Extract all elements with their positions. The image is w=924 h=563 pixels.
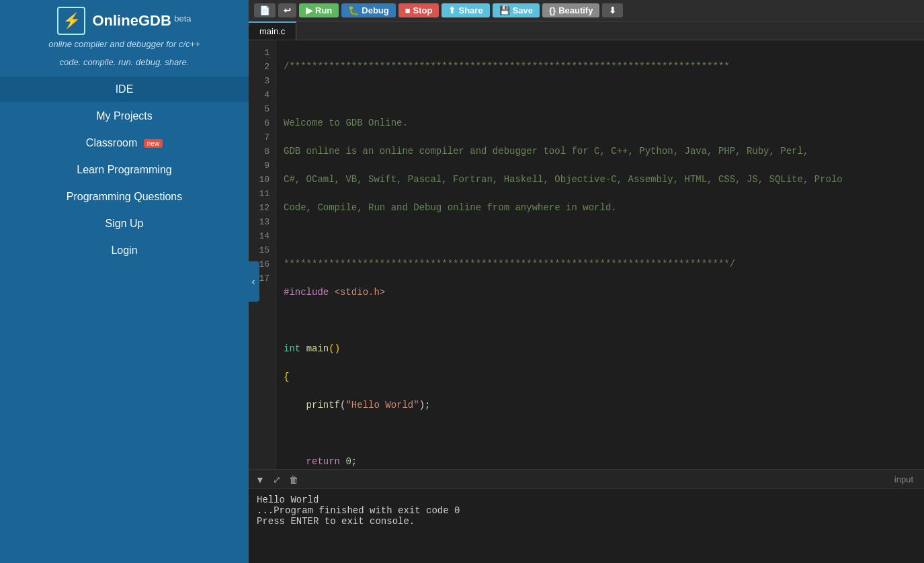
- beautify-icon: {}: [549, 5, 556, 15]
- console-output[interactable]: Hello World...Program finished with exit…: [249, 489, 924, 563]
- code-editor[interactable]: 1 2 3 4 5 6 7 8 9 10 11 12 13 14 15 16 1…: [249, 40, 924, 469]
- sidebar-toggle[interactable]: ‹: [247, 261, 259, 302]
- sidebar-item-sign-up[interactable]: Sign Up: [0, 211, 249, 236]
- sidebar-item-login[interactable]: Login: [0, 238, 249, 263]
- tab-bar: main.c: [249, 21, 924, 40]
- tagline: online compiler and debugger for c/c++: [48, 39, 200, 49]
- console-clear-button[interactable]: 🗑: [286, 473, 301, 486]
- run-button[interactable]: ▶ Run: [299, 3, 339, 17]
- sidebar: ⚡ OnlineGDB beta online compiler and deb…: [0, 0, 249, 563]
- code-content[interactable]: /***************************************…: [276, 40, 851, 469]
- console-expand-button[interactable]: ⤢: [270, 473, 284, 486]
- tab-main-c[interactable]: main.c: [249, 21, 296, 40]
- console-toolbar: ▼ ⤢ 🗑 input: [249, 470, 924, 489]
- share-button[interactable]: ⬆ Share: [442, 3, 489, 17]
- sidebar-item-ide[interactable]: IDE: [0, 77, 249, 102]
- line-numbers: 1 2 3 4 5 6 7 8 9 10 11 12 13 14 15 16 1…: [249, 40, 276, 469]
- undo-button[interactable]: ↩: [278, 3, 296, 17]
- download-button[interactable]: ⬇: [602, 3, 623, 17]
- classroom-new-badge: new: [144, 139, 163, 148]
- toolbar: 📄 ↩ ▶ Run 🐛 Debug ■ Stop ⬆ Share 💾 Save …: [249, 0, 924, 21]
- sidebar-item-learn-programming[interactable]: Learn Programming: [0, 157, 249, 183]
- save-button[interactable]: 💾 Save: [493, 3, 540, 17]
- console-collapse-button[interactable]: ▼: [253, 473, 267, 486]
- debug-button[interactable]: 🐛 Debug: [341, 3, 395, 17]
- save-icon: 💾: [499, 5, 510, 15]
- share-icon: ⬆: [448, 5, 456, 15]
- sidebar-nav: IDE My Projects Classroom new Learn Prog…: [0, 77, 249, 263]
- download-icon: ⬇: [609, 5, 616, 15]
- file-button[interactable]: 📄: [254, 3, 276, 17]
- logo-icon: ⚡: [57, 7, 85, 35]
- console-area: ▼ ⤢ 🗑 input Hello World...Program finish…: [249, 469, 924, 563]
- run-icon: ▶: [306, 5, 312, 15]
- logo-text: OnlineGDB beta: [92, 12, 191, 30]
- sidebar-item-my-projects[interactable]: My Projects: [0, 103, 249, 129]
- beautify-button[interactable]: {} Beautify: [542, 3, 599, 17]
- console-input-label: input: [894, 474, 920, 484]
- sidebar-item-programming-questions[interactable]: Programming Questions: [0, 184, 249, 210]
- stop-icon: ■: [405, 5, 411, 15]
- sidebar-item-classroom[interactable]: Classroom new: [0, 130, 249, 156]
- main-area: 📄 ↩ ▶ Run 🐛 Debug ■ Stop ⬆ Share 💾 Save …: [249, 0, 924, 563]
- debug-icon: 🐛: [348, 5, 359, 15]
- stop-button[interactable]: ■ Stop: [398, 3, 439, 17]
- compile-text: code. compile. run. debug. share.: [60, 57, 190, 67]
- logo-area: ⚡ OnlineGDB beta: [57, 7, 191, 35]
